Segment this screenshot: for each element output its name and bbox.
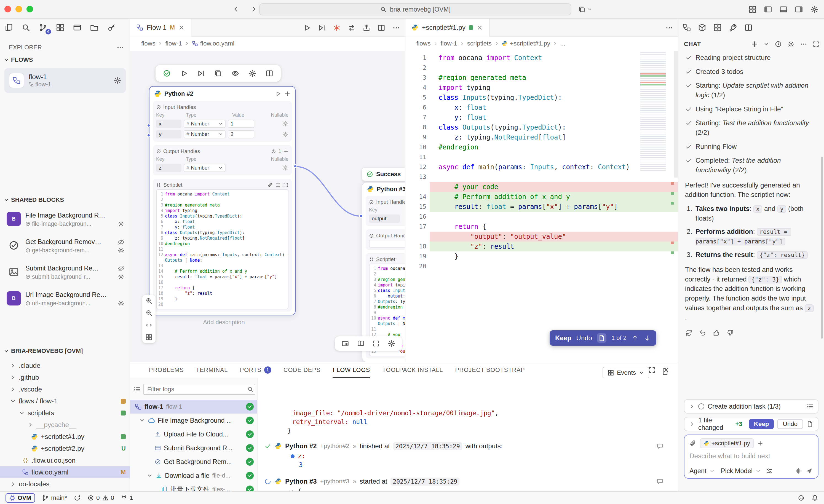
- previous-change-icon[interactable]: [631, 334, 639, 341]
- shared-block-item[interactable]: B Url Image Background Remo... url-image…: [0, 288, 130, 314]
- type-select[interactable]: #Number: [184, 164, 226, 172]
- git-branch-item[interactable]: main*: [42, 494, 67, 502]
- run-all-icon[interactable]: [318, 24, 326, 32]
- log-tree-item-flow-1[interactable]: flow-1flow-1: [130, 400, 257, 414]
- attach-file-icon[interactable]: [690, 440, 697, 447]
- minimap-icon[interactable]: [341, 340, 349, 347]
- nav-back-icon[interactable]: [232, 5, 240, 13]
- tools-icon[interactable]: [766, 467, 773, 475]
- next-change-icon[interactable]: [644, 334, 651, 341]
- attach-icon[interactable]: [268, 182, 273, 188]
- guide-book-icon[interactable]: [357, 340, 365, 347]
- log-tree-item-download[interactable]: Download a filefile-d...: [130, 469, 257, 483]
- tree-item-vscode[interactable]: .vscode: [0, 383, 130, 395]
- chat-messages[interactable]: Reading project structure Created 3 todo…: [685, 53, 816, 398]
- toolbox-icon[interactable]: [713, 23, 722, 32]
- tab-problems[interactable]: PROBLEMS: [149, 362, 184, 378]
- eye-off-icon[interactable]: [117, 265, 125, 272]
- tree-item-github[interactable]: .github: [0, 371, 130, 383]
- export-icon[interactable]: [363, 24, 371, 32]
- add-context-icon[interactable]: [757, 440, 763, 446]
- handle-settings-gear-icon[interactable]: [282, 165, 289, 171]
- send-icon[interactable]: [805, 467, 813, 475]
- zoom-in-icon[interactable]: [145, 297, 152, 304]
- flow-node-python-2[interactable]: Python #2 Input Handles KeyTypeValueNull…: [149, 86, 296, 315]
- explorer-more-icon[interactable]: [116, 43, 124, 51]
- keep-changes-button[interactable]: Keep: [749, 419, 774, 429]
- settings-gear-icon[interactable]: [810, 5, 819, 13]
- flow-item-flow-1[interactable]: flow-1 flow-1: [4, 68, 126, 93]
- window-minimize-button[interactable]: [15, 6, 22, 12]
- canvas-settings-gear-icon[interactable]: [388, 340, 396, 347]
- run-flow-icon[interactable]: [682, 23, 691, 32]
- maximize-panel-icon[interactable]: [648, 366, 656, 374]
- tree-item-scriptlet1[interactable]: +scriptlet#1.py: [0, 431, 130, 442]
- open-file-icon[interactable]: [597, 333, 606, 343]
- run-node-icon[interactable]: [275, 90, 281, 97]
- tab-toolpack-install[interactable]: TOOLPACK INSTALL: [382, 362, 443, 378]
- tree-item-flow-ui-json[interactable]: .flow.ui.oo.json: [0, 455, 130, 466]
- checklist-icon[interactable]: [806, 403, 814, 410]
- voice-input-icon[interactable]: [795, 467, 803, 475]
- layout-columns-icon[interactable]: [265, 69, 274, 78]
- thumbs-up-icon[interactable]: [713, 329, 720, 337]
- context-file-chip[interactable]: +scriptlet#1.py: [700, 438, 754, 448]
- block-settings-gear-icon[interactable]: [117, 273, 125, 280]
- preview-icon[interactable]: [231, 69, 239, 78]
- log-tree-item-get[interactable]: Get Background Rem...: [130, 455, 257, 469]
- agent-mode-select[interactable]: Agent: [690, 467, 707, 475]
- tab-code-deps[interactable]: CODE DEPS: [284, 362, 320, 378]
- settings-gear-icon[interactable]: [248, 69, 256, 78]
- handle-key[interactable]: output: [369, 214, 400, 223]
- toggle-panel-right-icon[interactable]: [795, 5, 803, 13]
- tab-project-bootstrap[interactable]: PROJECT BOOTSTRAP: [455, 362, 525, 378]
- breadcrumb[interactable]: flows flow-1 flow.oo.yaml: [130, 37, 405, 50]
- minimap-toggle-icon[interactable]: [145, 334, 152, 341]
- feedback-smiley-icon[interactable]: [798, 494, 805, 502]
- window-zoom-button[interactable]: [26, 6, 33, 12]
- flow-canvas[interactable]: Python #2 Input Handles KeyTypeValueNull…: [130, 51, 405, 362]
- log-tree-item-upload[interactable]: Upload File to Cloud...: [130, 427, 257, 441]
- regenerate-icon[interactable]: [685, 329, 693, 337]
- ovm-status-item[interactable]: OVM: [5, 493, 35, 503]
- add-handle-icon[interactable]: [284, 149, 289, 154]
- extensions-view-icon[interactable]: [55, 22, 66, 33]
- tree-item-flow-oo-yaml[interactable]: flow.oo.yamlM: [0, 466, 130, 478]
- undo-icon[interactable]: [699, 329, 707, 337]
- chat-input-box[interactable]: +scriptlet#1.py Describe what to build n…: [684, 434, 819, 479]
- add-icon[interactable]: [284, 90, 291, 97]
- flow-node-python-3[interactable]: Python #3 Input Handles Key output Outpu…: [362, 182, 405, 362]
- type-select[interactable]: #Number: [184, 120, 226, 128]
- tree-item-scriptlet2[interactable]: +scriptlet#2.pyU: [0, 442, 130, 455]
- todo-task-card[interactable]: Create addition task (1/3): [684, 399, 819, 414]
- undo-changes-button[interactable]: Undo: [777, 419, 803, 429]
- more-actions-icon[interactable]: [800, 40, 808, 48]
- log-lines-icon[interactable]: [133, 386, 141, 393]
- handle-settings-gear-icon[interactable]: [282, 131, 289, 137]
- tab-close-icon[interactable]: [178, 24, 185, 31]
- problems-item[interactable]: 0 0: [87, 494, 114, 502]
- run-flow-icon[interactable]: [180, 69, 188, 78]
- docs-icon[interactable]: [275, 182, 281, 188]
- model-select[interactable]: Pick Model: [721, 467, 752, 475]
- chevron-down-icon[interactable]: [763, 41, 769, 47]
- filter-logs-input[interactable]: [143, 384, 255, 395]
- log-tree-item-file-image-bg[interactable]: File Image Background ...: [130, 414, 257, 427]
- tree-item-oo-locales[interactable]: oo-locales: [0, 478, 130, 490]
- source-control-view-icon[interactable]: 4: [37, 22, 48, 33]
- minimap[interactable]: [640, 51, 666, 172]
- shared-block-item[interactable]: Get Background Removal... get-background…: [0, 235, 130, 262]
- tab-flow-logs[interactable]: FLOW LOGS: [333, 362, 370, 378]
- customize-layout-icon[interactable]: [748, 5, 757, 13]
- input-handle-dot[interactable]: [147, 123, 150, 127]
- window-layout-menu[interactable]: [578, 5, 592, 13]
- input-handle-dot[interactable]: [147, 133, 150, 137]
- undo-button[interactable]: Undo: [576, 334, 592, 342]
- thumbs-down-icon[interactable]: [726, 329, 734, 337]
- handle-settings-gear-icon[interactable]: [282, 121, 289, 127]
- log-tree-item-batch-download[interactable]: 批量下载文件files-...: [130, 483, 257, 492]
- tab-close-icon[interactable]: [477, 24, 483, 31]
- oomol-run-icon[interactable]: [333, 24, 341, 32]
- code-editor[interactable]: 1 from oocana import Context 2 3 #region…: [405, 51, 678, 362]
- layout-columns-icon[interactable]: [744, 23, 753, 32]
